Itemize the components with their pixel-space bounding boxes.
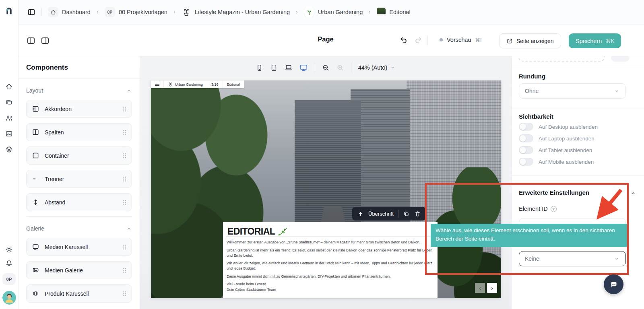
canvas-area: 44% (Auto) Urban Gardening 3/16 <box>140 56 511 309</box>
undo-icon[interactable] <box>399 36 408 45</box>
zoom-in-icon[interactable] <box>336 64 344 72</box>
drag-handle-icon[interactable] <box>123 130 126 135</box>
drag-handle-icon[interactable] <box>123 200 126 205</box>
section-divider <box>26 216 132 217</box>
element-toolbar: Überschrift <box>352 207 426 220</box>
breadcrumb-label: Urban Gardening <box>318 9 363 15</box>
duplicate-icon[interactable] <box>403 210 410 217</box>
caret-down-icon <box>614 88 620 94</box>
chevron-up-icon <box>126 88 132 94</box>
breadcrumb-editorial[interactable]: Editorial <box>377 8 410 16</box>
editorial-paragraph: Urban Gardening ist mehr als ein Trend: … <box>227 248 432 258</box>
partial-button[interactable] <box>611 56 630 62</box>
component-medien-galerie[interactable]: Medien Galerie <box>26 261 132 279</box>
editorial-body: Willkommen zur ersten Ausgabe von „Grüne… <box>226 240 432 293</box>
animation-select[interactable]: Keine <box>519 251 626 266</box>
layers-icon[interactable] <box>5 146 13 153</box>
menu-icon[interactable] <box>151 80 164 88</box>
partial-input-field[interactable] <box>518 56 605 62</box>
preview-toggle[interactable]: Vorschau ⌘I <box>440 37 481 43</box>
tablet-hide-toggle[interactable] <box>519 146 533 154</box>
breadcrumb-projektvorlagen[interactable]: 0P 00 Projektvorlagen <box>105 7 167 17</box>
editorial-paragraph: Dein Grüne-Stadtträume-Team <box>227 287 432 293</box>
chat-button[interactable] <box>604 274 623 294</box>
carousel-prev-button[interactable]: ‹ <box>475 283 485 293</box>
help-icon[interactable]: ? <box>551 206 557 212</box>
editorial-paragraph: Wir wollen dir zeigen, wie einfach und k… <box>227 261 432 271</box>
page-preview[interactable]: Urban Gardening 3/16 Editorial EDITORIAL… <box>151 80 501 298</box>
component-label: Medien Karussell <box>45 244 118 250</box>
drag-handle-icon[interactable] <box>123 291 126 297</box>
component-medien-karussell[interactable]: Medien Karussell <box>26 238 132 256</box>
workspace-badge[interactable]: 0P <box>2 273 16 285</box>
site-brand[interactable]: Urban Gardening <box>164 80 207 88</box>
app-logo-icon[interactable] <box>4 6 14 15</box>
section-layout-header[interactable]: Layout <box>26 87 132 94</box>
component-label: Container <box>45 152 118 159</box>
device-desktop-icon[interactable] <box>299 64 308 72</box>
breadcrumb-dashboard[interactable]: Dashboard <box>48 7 91 17</box>
carousel-next-button[interactable]: › <box>487 283 497 293</box>
editorial-section[interactable]: EDITORIAL Willkommen zur ersten Ausgabe … <box>223 222 438 298</box>
site-page-title[interactable]: Editorial <box>223 80 244 88</box>
rounding-select[interactable]: Ohne <box>519 83 626 99</box>
view-page-button[interactable]: Seite anzeigen <box>499 33 561 48</box>
users-icon[interactable] <box>5 114 13 122</box>
media-icon[interactable] <box>5 130 13 138</box>
breadcrumb-urban-gardening[interactable]: Urban Gardening <box>304 7 363 17</box>
drag-handle-icon[interactable] <box>123 176 126 182</box>
redo-icon[interactable] <box>414 36 423 45</box>
toggle-label: Auf Mobile ausblenden <box>539 159 594 165</box>
sidebar-toggle-icon[interactable] <box>27 8 35 16</box>
select-parent-icon[interactable] <box>357 210 364 217</box>
component-abstand[interactable]: Abstand <box>26 193 132 211</box>
rounding-label: Rundung <box>519 73 545 80</box>
save-shortcut: ⌘K <box>606 38 614 44</box>
component-spalten[interactable]: Spalten <box>26 123 132 141</box>
right-panel-toggle-icon[interactable] <box>41 36 50 45</box>
notifications-icon[interactable] <box>5 260 13 267</box>
desktop-hide-toggle[interactable] <box>519 123 533 131</box>
preview-shortcut: ⌘I <box>475 37 481 43</box>
divider <box>512 108 644 108</box>
zoom-out-icon[interactable] <box>322 64 330 72</box>
editorial-heading: EDITORIAL <box>227 225 275 237</box>
toggle-row-laptop: Auf Laptop ausblenden <box>519 134 594 142</box>
drag-handle-icon[interactable] <box>123 106 126 112</box>
zoom-level-dropdown[interactable]: 44% (Auto) <box>358 64 396 71</box>
section-label: Galerie <box>26 225 44 232</box>
visibility-label: Sichtbarkeit <box>519 113 553 120</box>
drag-handle-icon[interactable] <box>123 268 126 273</box>
theme-icon[interactable] <box>5 246 13 253</box>
save-button[interactable]: Speichern ⌘K <box>569 33 621 48</box>
laptop-hide-toggle[interactable] <box>519 134 533 142</box>
component-container[interactable]: Container <box>26 146 132 165</box>
section-galerie-header[interactable]: Galerie <box>26 225 132 232</box>
projects-icon[interactable] <box>5 99 13 106</box>
component-label: Spalten <box>45 129 118 136</box>
component-trenner[interactable]: Trenner <box>26 170 132 188</box>
delete-icon[interactable] <box>414 210 421 217</box>
drag-handle-icon[interactable] <box>123 244 126 250</box>
device-mobile-icon[interactable] <box>256 64 263 72</box>
breadcrumb-lifestyle-magazin[interactable]: Lifestyle Magazin - Urban Gardening <box>182 7 290 17</box>
app-window: 0P Dashboard 0P 00 Projektvorlagen Lifes… <box>0 0 644 309</box>
chevron-up-icon[interactable] <box>630 190 636 196</box>
device-laptop-icon[interactable] <box>285 64 293 72</box>
toggle-label: Auf Desktop ausblenden <box>539 124 598 130</box>
device-tablet-icon[interactable] <box>270 64 278 72</box>
component-label: Trenner <box>45 176 118 182</box>
avatar[interactable] <box>2 291 16 305</box>
component-akkordeon[interactable]: Akkordeon <box>26 100 132 118</box>
breadcrumb-label: Lifestyle Magazin - Urban Gardening <box>195 9 290 15</box>
breadcrumb: Dashboard 0P 00 Projektvorlagen Lifestyl… <box>48 7 411 17</box>
advanced-settings-label: Erweiterte Einstellungen <box>519 189 589 196</box>
chevron-right-icon <box>95 10 100 15</box>
left-panel-toggle-icon[interactable] <box>27 36 35 45</box>
selected-element-outline[interactable]: EDITORIAL <box>226 225 432 237</box>
drag-handle-icon[interactable] <box>123 153 126 159</box>
divider <box>398 210 398 218</box>
mobile-hide-toggle[interactable] <box>519 158 533 166</box>
home-icon[interactable] <box>5 83 13 91</box>
component-produkt-karussell[interactable]: Produkt Karussell <box>26 284 132 303</box>
